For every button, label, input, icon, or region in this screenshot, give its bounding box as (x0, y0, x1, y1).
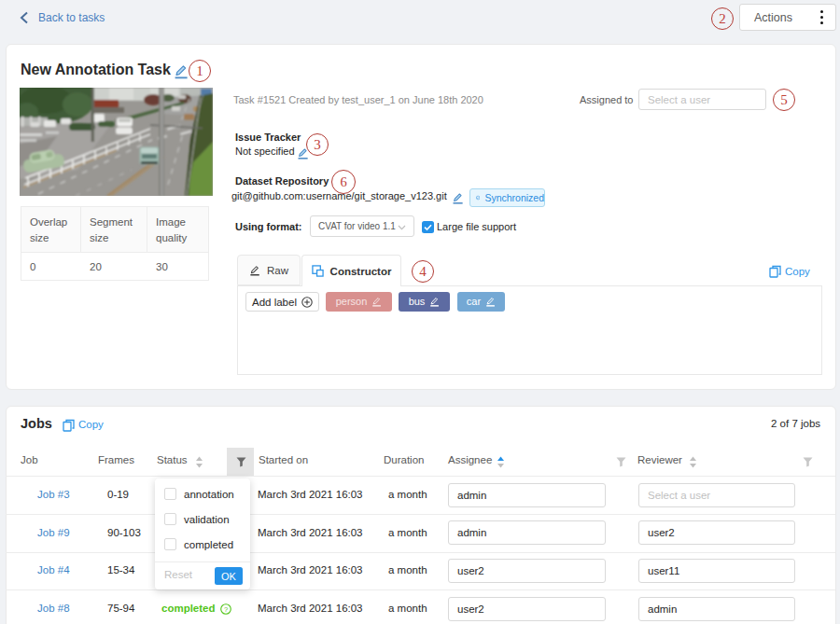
svg-text:?: ? (224, 605, 228, 614)
